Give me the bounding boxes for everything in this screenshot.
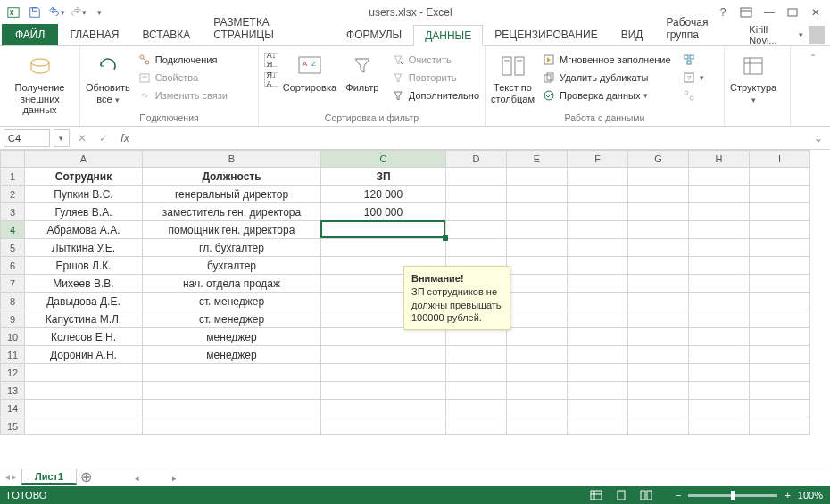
cell[interactable]: Колесов Е.Н.	[25, 328, 143, 346]
cell[interactable]	[628, 364, 689, 382]
row-header[interactable]: 13	[0, 382, 25, 400]
cell[interactable]	[628, 382, 689, 400]
cell[interactable]	[446, 168, 507, 186]
cell[interactable]	[568, 168, 628, 186]
cell[interactable]	[321, 417, 446, 435]
refresh-all-button[interactable]: Обновить все ▾	[86, 52, 130, 104]
tab-review[interactable]: РЕЦЕНЗИРОВАНИЕ	[483, 24, 609, 45]
cell[interactable]	[507, 293, 568, 310]
cell[interactable]: Доронин А.Н.	[25, 346, 143, 364]
cell[interactable]	[628, 400, 689, 417]
cell[interactable]: заместитель ген. директора	[143, 203, 321, 221]
column-header[interactable]: B	[143, 150, 321, 168]
cell[interactable]	[689, 186, 750, 203]
cell[interactable]	[446, 400, 507, 417]
cell[interactable]: менеджер	[143, 346, 321, 364]
consolidate-button[interactable]	[682, 52, 704, 68]
tab-file[interactable]: ФАЙЛ	[2, 24, 58, 45]
cell[interactable]: 120 000	[321, 186, 446, 203]
cell[interactable]	[750, 221, 810, 239]
cell[interactable]: Должность	[143, 168, 321, 186]
cell[interactable]: ст. менеджер	[143, 293, 321, 310]
cell[interactable]	[568, 364, 628, 382]
cell[interactable]: бухгалтер	[143, 257, 321, 275]
column-header[interactable]: E	[507, 150, 568, 168]
collapse-ribbon-icon[interactable]: ˆ	[803, 50, 823, 70]
cell[interactable]	[750, 203, 810, 221]
column-header[interactable]: G	[628, 150, 689, 168]
column-header[interactable]: C	[321, 150, 446, 168]
horizontal-scrollbar[interactable]: ◂▸	[130, 471, 830, 483]
properties-button[interactable]: Свойства	[137, 70, 228, 86]
cell[interactable]	[750, 257, 810, 275]
cell[interactable]	[507, 382, 568, 400]
row-header[interactable]: 7	[0, 275, 25, 293]
cell[interactable]	[750, 310, 810, 328]
cell[interactable]	[689, 221, 750, 239]
cell[interactable]: ст. менеджер	[143, 310, 321, 328]
cell[interactable]	[507, 310, 568, 328]
cell[interactable]	[446, 186, 507, 203]
relationships-button[interactable]	[682, 87, 704, 103]
sheet-nav-last-icon[interactable]: ▸	[12, 472, 16, 482]
tab-formulas[interactable]: ФОРМУЛЫ	[335, 24, 413, 45]
column-header[interactable]: F	[568, 150, 628, 168]
cell[interactable]	[689, 257, 750, 275]
expand-formula-bar-icon[interactable]: ⌄	[810, 132, 826, 145]
whatif-button[interactable]: ?▾	[682, 70, 704, 86]
cell[interactable]	[143, 364, 321, 382]
cell[interactable]: менеджер	[143, 328, 321, 346]
flash-fill-button[interactable]: Мгновенное заполнение	[542, 52, 671, 68]
cell[interactable]	[750, 293, 810, 310]
cell[interactable]	[750, 382, 810, 400]
accept-formula-icon[interactable]: ✓	[95, 129, 112, 147]
cancel-formula-icon[interactable]: ✕	[73, 129, 91, 147]
cell[interactable]	[750, 400, 810, 417]
user-caret-icon[interactable]: ▾	[799, 30, 803, 39]
cell[interactable]	[689, 417, 750, 435]
cell[interactable]: Пупкин В.С.	[25, 186, 143, 203]
cell[interactable]: гл. бухгалтер	[143, 239, 321, 257]
cell[interactable]	[689, 364, 750, 382]
cell[interactable]	[143, 382, 321, 400]
connections-button[interactable]: Подключения	[137, 52, 228, 68]
cell[interactable]	[446, 382, 507, 400]
cell[interactable]	[568, 239, 628, 257]
cell[interactable]	[750, 364, 810, 382]
tab-view[interactable]: ВИД	[610, 24, 655, 45]
cell[interactable]	[321, 400, 446, 417]
cell[interactable]: нач. отдела продаж	[143, 275, 321, 293]
cell[interactable]	[321, 382, 446, 400]
formula-input[interactable]	[137, 129, 807, 147]
reapply-button[interactable]: Повторить	[391, 70, 479, 86]
cell[interactable]	[568, 346, 628, 364]
cell[interactable]: Михеев В.В.	[25, 275, 143, 293]
row-header[interactable]: 12	[0, 364, 25, 382]
cell[interactable]	[568, 328, 628, 346]
cell[interactable]	[25, 364, 143, 382]
cell[interactable]: 100 000	[321, 203, 446, 221]
column-header[interactable]: A	[25, 150, 143, 168]
cell[interactable]	[689, 400, 750, 417]
cell[interactable]	[143, 417, 321, 435]
cell[interactable]	[321, 328, 446, 346]
cell[interactable]	[628, 293, 689, 310]
cell[interactable]	[689, 239, 750, 257]
cell[interactable]	[321, 346, 446, 364]
cell[interactable]	[689, 203, 750, 221]
outline-button[interactable]: Структура▾	[730, 52, 776, 104]
column-header[interactable]: I	[750, 150, 810, 168]
cell[interactable]	[628, 310, 689, 328]
cell[interactable]	[568, 221, 628, 239]
row-header[interactable]: 2	[0, 186, 25, 203]
clear-filter-button[interactable]: Очистить	[391, 52, 479, 68]
cell[interactable]	[628, 328, 689, 346]
tab-page-layout[interactable]: РАЗМЕТКА СТРАНИЦЫ	[202, 12, 335, 45]
maximize-icon[interactable]	[782, 4, 803, 21]
cell[interactable]	[446, 364, 507, 382]
cell[interactable]	[446, 239, 507, 257]
row-header[interactable]: 6	[0, 257, 25, 275]
row-header[interactable]: 15	[0, 417, 25, 435]
cell[interactable]	[25, 417, 143, 435]
zoom-level[interactable]: 100%	[798, 490, 823, 500]
